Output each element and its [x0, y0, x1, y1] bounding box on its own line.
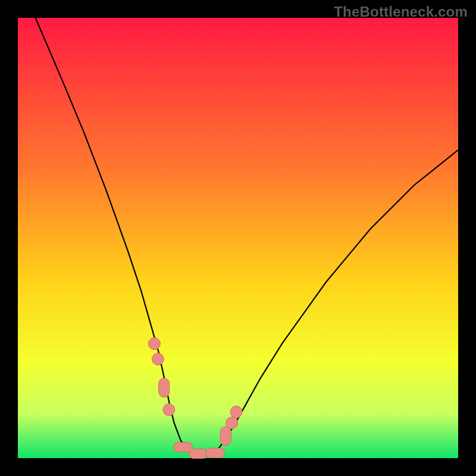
data-marker: [152, 353, 164, 365]
data-marker: [206, 448, 225, 458]
data-marker: [148, 338, 160, 350]
plot-area: [18, 18, 458, 458]
data-marker: [226, 417, 238, 429]
chart-container: TheBottleneck.com: [0, 0, 476, 476]
data-marker: [220, 427, 231, 446]
data-marker: [174, 443, 193, 452]
bottleneck-chart: [0, 0, 476, 476]
data-marker: [230, 406, 242, 418]
watermark-label: TheBottleneck.com: [334, 4, 468, 20]
data-marker: [159, 378, 170, 397]
data-marker: [163, 404, 175, 416]
data-marker: [189, 449, 208, 459]
